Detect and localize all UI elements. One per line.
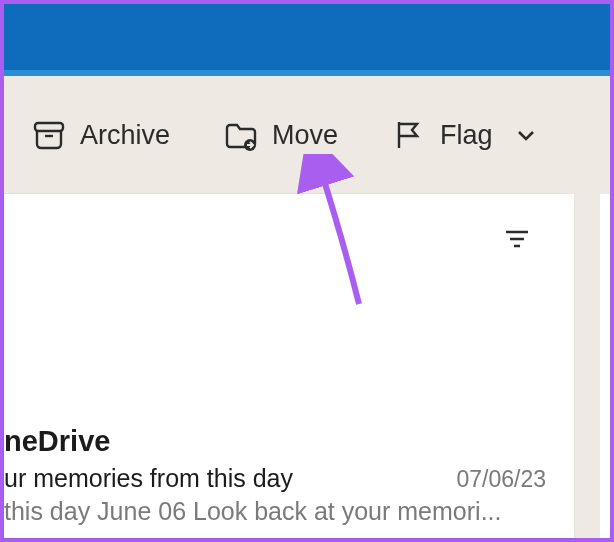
- message-subject: ur memories from this day: [4, 464, 293, 493]
- message-sender: neDrive: [4, 425, 546, 458]
- filter-icon[interactable]: [502, 224, 532, 258]
- archive-button[interactable]: Archive: [32, 118, 170, 152]
- window-titlebar: [4, 4, 610, 76]
- move-button[interactable]: Move: [224, 118, 338, 152]
- chevron-down-icon[interactable]: [515, 124, 537, 146]
- message-item[interactable]: neDrive ur memories from this day 07/06/…: [4, 425, 546, 526]
- archive-icon: [32, 118, 66, 152]
- flag-label: Flag: [440, 120, 493, 151]
- flag-button[interactable]: Flag: [392, 118, 537, 152]
- toolbar: Archive Move Flag: [4, 76, 610, 194]
- message-preview: this day June 06 Look back at your memor…: [4, 497, 546, 526]
- flag-icon: [392, 118, 426, 152]
- svg-rect-0: [35, 123, 63, 131]
- message-list-pane: neDrive ur memories from this day 07/06/…: [4, 194, 574, 538]
- folder-move-icon: [224, 118, 258, 152]
- reading-pane-peek: [600, 194, 610, 538]
- message-date: 07/06/23: [456, 466, 546, 493]
- archive-label: Archive: [80, 120, 170, 151]
- move-label: Move: [272, 120, 338, 151]
